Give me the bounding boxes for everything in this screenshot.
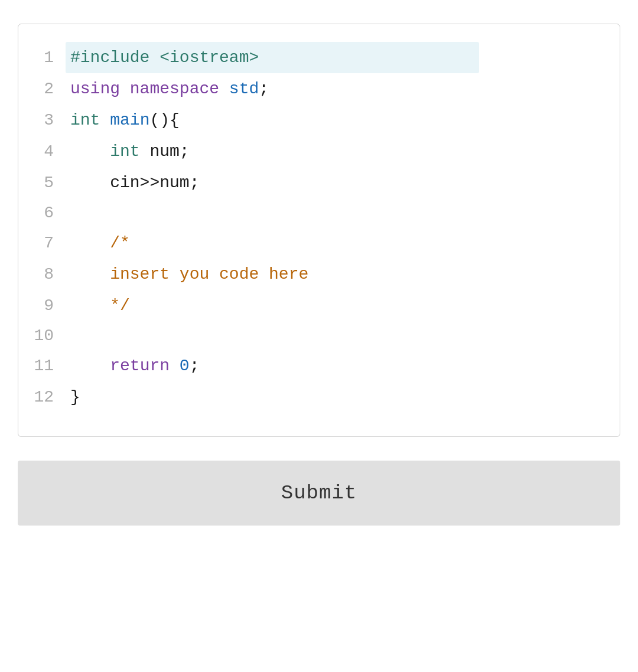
code-segment: num; — [140, 142, 190, 161]
line-number: 3 — [30, 106, 66, 135]
code-segment: int — [110, 142, 139, 161]
code-row: 1#include <iostream> — [30, 42, 608, 73]
code-content — [66, 215, 75, 217]
code-content: #include <iostream> — [66, 42, 479, 73]
code-segment — [70, 142, 110, 161]
code-content: */ — [66, 290, 135, 321]
code-content: insert you code here — [66, 259, 313, 290]
code-content: return 0; — [66, 350, 204, 381]
line-number: 6 — [30, 198, 66, 227]
code-segment: insert you code here — [70, 265, 308, 283]
code-content — [66, 338, 75, 340]
line-number: 2 — [30, 74, 66, 103]
code-row: 12} — [30, 381, 608, 413]
code-segment: int — [70, 111, 100, 129]
code-segment: #include <iostream> — [70, 48, 259, 67]
code-segment: std — [229, 80, 259, 98]
code-segment: return — [110, 357, 170, 375]
code-segment — [170, 357, 180, 375]
line-number: 5 — [30, 168, 66, 197]
code-content: /* — [66, 227, 135, 259]
code-content: using namespace std; — [66, 73, 274, 105]
code-content: cin>>num; — [66, 167, 204, 198]
code-row: 7 /* — [30, 227, 608, 259]
code-segment: cin>>num; — [70, 174, 199, 192]
code-segment: */ — [70, 296, 130, 315]
line-number: 8 — [30, 260, 66, 289]
code-row: 2using namespace std; — [30, 73, 608, 105]
code-row: 3int main(){ — [30, 105, 608, 136]
code-row: 11 return 0; — [30, 350, 608, 381]
code-segment: ; — [190, 357, 200, 375]
code-segment: using — [70, 80, 120, 98]
code-lines: 1#include <iostream>2using namespace std… — [30, 42, 608, 413]
code-row: 5 cin>>num; — [30, 167, 608, 198]
line-number: 10 — [30, 321, 66, 350]
code-segment — [100, 111, 110, 129]
line-number: 4 — [30, 137, 66, 166]
code-segment — [70, 357, 110, 375]
code-segment: ; — [259, 80, 269, 98]
line-number: 9 — [30, 291, 66, 320]
code-row: 4 int num; — [30, 136, 608, 167]
code-segment: namespace — [120, 80, 229, 98]
code-editor: 1#include <iostream>2using namespace std… — [18, 24, 620, 437]
submit-button[interactable]: Submit — [18, 461, 620, 526]
code-segment: main — [110, 111, 149, 129]
code-content: int main(){ — [66, 105, 184, 136]
line-number: 11 — [30, 351, 66, 380]
line-number: 7 — [30, 229, 66, 257]
code-segment: (){ — [149, 111, 179, 129]
line-number: 1 — [30, 43, 66, 72]
code-row: 8 insert you code here — [30, 259, 608, 290]
code-row: 10 — [30, 321, 608, 350]
code-segment: 0 — [180, 357, 190, 375]
code-segment: } — [70, 388, 80, 406]
code-segment: /* — [70, 234, 130, 252]
code-content: } — [66, 381, 85, 413]
code-row: 9 */ — [30, 290, 608, 321]
line-number: 12 — [30, 383, 66, 412]
code-row: 6 — [30, 198, 608, 227]
code-content: int num; — [66, 136, 194, 167]
